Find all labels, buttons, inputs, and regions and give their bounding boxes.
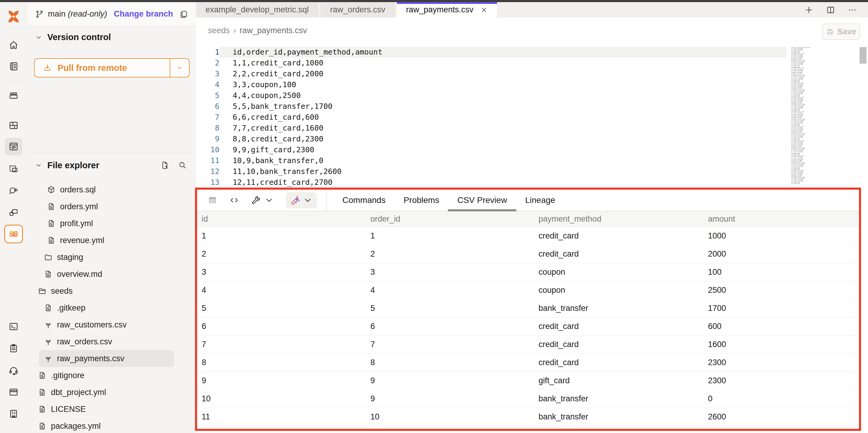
- file-item-revenue-yml[interactable]: revenue.yml: [27, 232, 196, 249]
- file-item-seeds[interactable]: seeds: [27, 283, 196, 299]
- code-line-12: 1211,10,bank_transfer,2600: [196, 166, 786, 177]
- table-cell: 2300: [704, 376, 859, 385]
- file-item-overview-md[interactable]: overview.md: [27, 266, 196, 283]
- search-icon[interactable]: [178, 161, 187, 170]
- chevron-down-icon: [176, 64, 184, 72]
- file-item-raw-customers-csv[interactable]: raw_customers.csv: [27, 316, 196, 333]
- editor-tabbar: example_develop_metric.sqlraw_orders.csv…: [196, 2, 868, 18]
- line-number: 8: [196, 123, 219, 134]
- line-number: 6: [196, 101, 219, 112]
- panel-tab-commands[interactable]: Commands: [342, 190, 385, 211]
- code-line-13: 1312,11,credit_card,2700: [196, 177, 786, 188]
- rail-windows-button[interactable]: [5, 204, 22, 221]
- file-item-license[interactable]: LICENSE: [27, 401, 196, 417]
- file-item-orders-sql[interactable]: orders.sql: [27, 181, 196, 198]
- rail-clipboard-button[interactable]: [5, 340, 22, 357]
- line-text: 3,3,coupon,100: [219, 79, 786, 90]
- line-number: 5: [196, 90, 219, 101]
- breadcrumb: seeds › raw_payments.csv: [208, 26, 307, 35]
- code-line-7: 76,6,credit_card,600: [196, 112, 786, 123]
- rail-notebook-button[interactable]: [5, 58, 22, 75]
- pull-from-remote-main[interactable]: Pull from remote: [35, 59, 170, 77]
- toolbar-divider: [326, 190, 327, 211]
- rail-data-drawer-button[interactable]: [5, 87, 22, 104]
- dashboard-icon: [8, 120, 19, 131]
- file-item-orders-yml[interactable]: orders.yml: [27, 198, 196, 215]
- panel-tab-problems[interactable]: Problems: [404, 190, 439, 211]
- tab-raw-payments-csv[interactable]: raw_payments.csv: [397, 2, 497, 18]
- code-line-8: 87,7,credit_card,1600: [196, 123, 786, 134]
- file-item-label: dbt_project.yml: [51, 388, 106, 397]
- copy-branch-icon[interactable]: [179, 9, 189, 19]
- rail-organization-button[interactable]: [5, 405, 22, 423]
- rail-support-headset-button[interactable]: [5, 362, 22, 379]
- new-file-icon[interactable]: [160, 161, 169, 170]
- line-number: 2: [196, 58, 219, 68]
- code-editor[interactable]: 1id,order_id,payment_method,amount21,1,c…: [196, 47, 786, 188]
- rail-terminal-button[interactable]: [5, 318, 22, 335]
- rail-insights-search-button[interactable]: [5, 181, 22, 199]
- branch-label: main (read-only): [48, 9, 107, 19]
- table-cell: 1700: [704, 304, 859, 313]
- file-item--gitignore[interactable]: .gitignore: [27, 367, 196, 384]
- save-floppy-icon: [826, 28, 834, 36]
- code-line-2: 21,1,credit_card,1000: [196, 58, 786, 68]
- table-cell: 6: [366, 322, 534, 331]
- cube-icon: [47, 185, 56, 194]
- close-icon[interactable]: [480, 6, 488, 14]
- table-cell: 3: [366, 267, 534, 277]
- save-button[interactable]: Save: [822, 24, 860, 40]
- rail-home-button[interactable]: [5, 36, 22, 54]
- code-inline-tool-button[interactable]: [229, 195, 239, 205]
- line-text: id,order_id,payment_method,amount: [219, 47, 786, 58]
- chevron-down-icon[interactable]: [35, 33, 42, 41]
- file-item-label: revenue.yml: [60, 236, 104, 245]
- table-row: 1110bank_transfer2600: [197, 408, 859, 426]
- rail-capture-button[interactable]: [5, 160, 22, 178]
- rail-docs-browser-button[interactable]: [5, 383, 22, 401]
- wrench-tool-button[interactable]: [251, 195, 274, 205]
- file-item-dbt-project-yml[interactable]: dbt_project.yml: [27, 384, 196, 401]
- line-number: 9: [196, 134, 219, 144]
- support-headset-icon: [8, 365, 19, 376]
- breadcrumb-folder: seeds: [208, 26, 230, 35]
- rail-ai-atom-button[interactable]: [4, 225, 23, 243]
- more-options-icon[interactable]: [847, 5, 857, 15]
- pull-from-remote-label: Pull from remote: [58, 63, 127, 73]
- table-cell: 100: [704, 267, 859, 277]
- tab-raw-orders-csv[interactable]: raw_orders.csv: [320, 2, 395, 18]
- docs-browser-icon: [8, 386, 19, 397]
- table-cell: 9: [366, 394, 534, 403]
- panel-tab-csv-preview[interactable]: CSV Preview: [457, 190, 507, 211]
- tab-example-develop-metric-sql[interactable]: example_develop_metric.sql: [196, 2, 318, 18]
- file-icon: [38, 422, 47, 431]
- table-cell: 10: [366, 412, 534, 422]
- rail-code-editor-button[interactable]: [5, 138, 22, 155]
- file-item-profit-yml[interactable]: profit.yml: [27, 215, 196, 232]
- file-item--gitkeep[interactable]: .gitkeep: [27, 299, 196, 316]
- capture-icon: [8, 164, 19, 174]
- table-tool-button[interactable]: [207, 195, 218, 205]
- panel-tab-lineage[interactable]: Lineage: [525, 190, 555, 211]
- file-item-label: seeds: [51, 286, 73, 296]
- file-item-raw-payments-csv[interactable]: raw_payments.csv: [39, 350, 174, 367]
- magic-pen-tool-button[interactable]: [286, 192, 317, 208]
- editor-scrollbar-thumb[interactable]: [860, 47, 867, 64]
- csv-preview-header-row: idorder_idpayment_methodamount: [197, 211, 859, 227]
- save-button-label: Save: [837, 27, 856, 36]
- change-branch-link[interactable]: Change branch: [114, 9, 173, 19]
- new-tab-plus-icon[interactable]: [804, 5, 814, 15]
- table-cell: 2000: [704, 249, 859, 259]
- file-item-raw-orders-csv[interactable]: raw_orders.csv: [27, 333, 196, 350]
- chevron-down-icon[interactable]: [35, 161, 42, 169]
- file-item-packages-yml[interactable]: packages.yml: [27, 417, 196, 433]
- csv-preview-body: 11credit_card100022credit_card200033coup…: [197, 227, 859, 426]
- rail-dashboard-button[interactable]: [5, 117, 22, 134]
- pull-options-caret[interactable]: [170, 59, 189, 77]
- code-line-1: 1id,order_id,payment_method,amount: [196, 47, 786, 58]
- pull-from-remote-button[interactable]: Pull from remote: [34, 58, 190, 78]
- file-item-staging[interactable]: staging: [27, 249, 196, 266]
- minimap[interactable]: id,order_id,payment_method,amount 1,1,cr…: [791, 47, 811, 186]
- table-cell: 2300: [704, 358, 859, 367]
- split-view-icon[interactable]: [826, 5, 835, 15]
